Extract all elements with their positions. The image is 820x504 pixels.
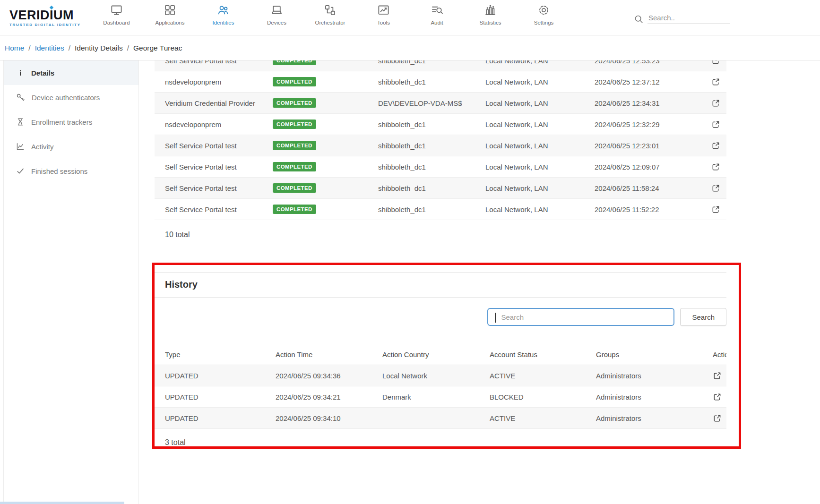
column-header-action-time: Action Time <box>276 350 382 359</box>
hourglass-icon <box>16 118 25 126</box>
history-search-row: Search <box>155 308 726 326</box>
breadcrumb-separator: / <box>28 44 30 52</box>
nav-item-dashboard[interactable]: Dashboard <box>90 4 143 26</box>
history-groups: Administrators <box>596 372 713 380</box>
session-application: Veridium Credential Provider <box>165 99 273 107</box>
history-action-time: 2024/06/25 09:34:36 <box>276 372 382 380</box>
sidebar-item-activity[interactable]: Activity <box>4 134 138 159</box>
activity-chart-icon <box>16 142 25 151</box>
sidebar-item-label: Details <box>31 69 54 77</box>
veridium-logo[interactable]: VERIDIUM TRUSTED DIGITAL IDENTITY <box>0 9 90 27</box>
logo-i-diamond: I <box>50 9 53 22</box>
sidebar-item-finished-sessions[interactable]: Finished sessions <box>4 159 138 183</box>
status-badge: COMPLETED <box>273 183 316 193</box>
session-time: 2024/06/25 11:52:22 <box>595 205 711 214</box>
history-title: History <box>165 279 198 290</box>
session-row: nsdeveloponprem COMPLETED shibboleth_dc1… <box>155 114 726 135</box>
history-row: UPDATED 2024/06/25 09:34:21 Denmark BLOC… <box>155 386 726 408</box>
nav-item-audit[interactable]: Audit <box>410 4 464 26</box>
session-time: 2024/06/25 12:37:12 <box>595 78 711 86</box>
nav-label: Applications <box>155 20 184 26</box>
nav-item-orchestrator[interactable]: Orchestrator <box>303 4 357 26</box>
open-session-icon[interactable] <box>711 77 720 86</box>
session-time: 2024/06/25 11:58:24 <box>595 184 711 192</box>
nav-label: Identities <box>212 20 234 26</box>
session-application: nsdeveloponprem <box>165 120 273 128</box>
detail-sidebar: Details Device authenticators Enrollment… <box>3 60 139 504</box>
sidebar-item-label: Enrollment trackers <box>31 118 92 126</box>
session-time: 2024/06/25 12:23:01 <box>595 142 711 150</box>
identities-icon <box>217 4 230 17</box>
history-action-country: Denmark <box>382 393 490 401</box>
open-session-icon[interactable] <box>711 141 720 150</box>
nav-item-applications[interactable]: Applications <box>143 4 197 26</box>
history-action-time: 2024/06/25 09:34:10 <box>276 414 382 422</box>
global-search-input[interactable] <box>647 12 730 24</box>
breadcrumb-separator: / <box>127 44 129 52</box>
statistics-icon <box>484 4 497 17</box>
history-search-input[interactable] <box>488 309 673 325</box>
nav-item-settings[interactable]: Settings <box>517 4 570 26</box>
history-groups: Administrators <box>596 414 713 422</box>
breadcrumb-home[interactable]: Home <box>5 44 24 52</box>
sidebar-item-enrollment-trackers[interactable]: Enrollment trackers <box>4 110 138 134</box>
session-application: Self Service Portal test <box>165 205 273 214</box>
sessions-table: Self Service Portal test COMPLETED shibb… <box>155 60 726 253</box>
session-network: Local Network, LAN <box>485 205 595 214</box>
history-row: UPDATED 2024/06/25 09:34:36 Local Networ… <box>155 365 726 386</box>
session-network: Local Network, LAN <box>485 99 595 107</box>
history-row: UPDATED 2024/06/25 09:34:10 ACTIVE Admin… <box>155 408 726 429</box>
open-session-icon[interactable] <box>711 99 720 108</box>
session-time: 2024/06/25 12:09:07 <box>595 163 711 171</box>
session-row: nsdeveloponprem COMPLETED shibboleth_dc1… <box>155 71 726 93</box>
session-device: shibboleth_dc1 <box>378 184 485 192</box>
sessions-rows: Self Service Portal test COMPLETED shibb… <box>155 60 726 220</box>
check-icon <box>16 167 25 175</box>
open-session-icon[interactable] <box>711 205 720 214</box>
history-type: UPDATED <box>165 372 276 380</box>
session-network: Local Network, LAN <box>485 163 595 171</box>
session-device: DEV\DEVELOP-VDA-MS$ <box>378 99 485 107</box>
status-badge: COMPLETED <box>273 205 316 214</box>
nav-item-statistics[interactable]: Statistics <box>464 4 517 26</box>
sidebar-item-details[interactable]: Details <box>4 60 138 85</box>
status-badge: COMPLETED <box>273 98 316 108</box>
nav-label: Audit <box>431 20 443 26</box>
tools-icon <box>377 4 390 17</box>
session-device: shibboleth_dc1 <box>378 120 485 128</box>
open-history-icon[interactable] <box>713 371 722 380</box>
history-search-button[interactable]: Search <box>680 308 726 326</box>
nav-label: Orchestrator <box>315 20 345 26</box>
open-session-icon[interactable] <box>711 184 720 193</box>
logo-name: VERIDIUM <box>9 9 90 22</box>
open-session-icon[interactable] <box>711 60 720 65</box>
session-device: shibboleth_dc1 <box>378 205 485 214</box>
nav-label: Dashboard <box>103 20 129 26</box>
breadcrumb-separator: / <box>69 44 70 52</box>
nav-item-tools[interactable]: Tools <box>357 4 410 26</box>
session-application: Self Service Portal test <box>165 184 273 192</box>
session-row: Self Service Portal test COMPLETED shibb… <box>155 156 726 178</box>
history-account-status: ACTIVE <box>490 372 596 380</box>
sidebar-item-device-authenticators[interactable]: Device authenticators <box>4 85 138 110</box>
session-network: Local Network, LAN <box>485 120 595 128</box>
dashboard-icon <box>110 4 123 17</box>
open-history-icon[interactable] <box>713 393 722 401</box>
open-session-icon[interactable] <box>711 162 720 171</box>
search-icon <box>634 14 644 24</box>
session-application: nsdeveloponprem <box>165 78 273 86</box>
session-row: Self Service Portal test COMPLETED shibb… <box>155 135 726 156</box>
column-header-account-status: Account Status <box>490 350 596 359</box>
open-history-icon[interactable] <box>713 414 722 423</box>
column-header-actions: Actions <box>713 350 726 359</box>
main-nav: Dashboard Applications Identities Device… <box>90 0 570 35</box>
history-search-field <box>487 308 674 326</box>
nav-item-devices[interactable]: Devices <box>250 4 303 26</box>
open-session-icon[interactable] <box>711 120 720 129</box>
history-section: History Search Type Action Time Action C… <box>155 272 726 462</box>
breadcrumb-identities[interactable]: Identities <box>35 44 64 52</box>
nav-item-identities[interactable]: Identities <box>197 4 250 26</box>
history-type: UPDATED <box>165 414 276 422</box>
logo-text-2: UM <box>53 9 74 22</box>
session-device: shibboleth_dc1 <box>378 142 485 150</box>
